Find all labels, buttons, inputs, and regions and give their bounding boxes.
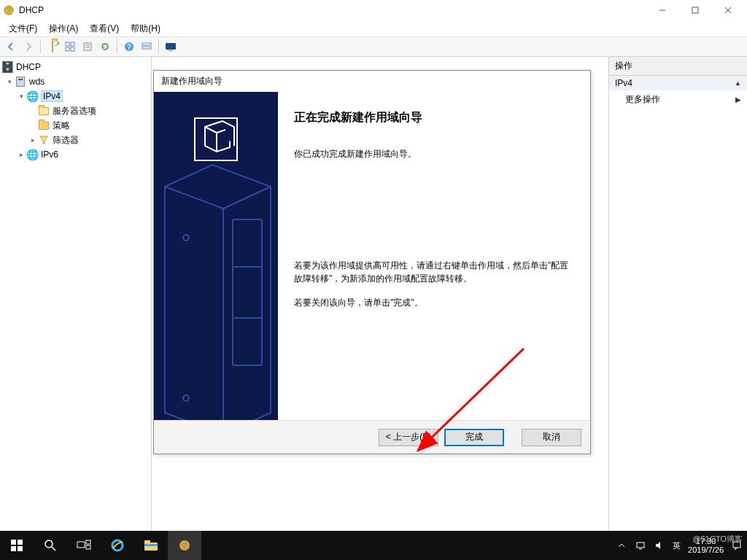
maximize-button[interactable]	[678, 0, 711, 20]
tray-network-icon[interactable]	[635, 540, 646, 551]
svg-line-34	[52, 547, 55, 551]
actions-section[interactable]: IPv4 ▲	[609, 76, 747, 90]
wizard-dialog: 新建作用域向导	[153, 70, 591, 454]
properties-button[interactable]	[80, 39, 96, 55]
svg-rect-32	[18, 546, 23, 551]
search-button[interactable]	[34, 531, 67, 560]
tree-server[interactable]: ▾ wds	[0, 74, 151, 89]
svg-point-27	[183, 395, 189, 401]
dialog-banner	[154, 92, 278, 420]
dialog-body: 正在完成新建作用域向导 你已成功完成新建作用域向导。 若要为该作用域提供高可用性…	[154, 92, 590, 420]
taskbar-ie[interactable]	[101, 531, 134, 560]
dialog-text-2: 若要为该作用域提供高可用性，请通过右键单击作用域，然后单击"配置故障转移"，为新…	[294, 259, 574, 286]
ipv4-icon: 🌐	[26, 90, 38, 102]
tiles-view-button[interactable]	[62, 39, 78, 55]
tree-root-label: DHCP	[16, 62, 41, 72]
tree-filters[interactable]: ▸ 筛选器	[0, 133, 151, 147]
toolbar-separator	[40, 39, 41, 54]
svg-rect-37	[86, 545, 90, 549]
window-title: DHCP	[19, 5, 646, 15]
svg-rect-8	[66, 47, 69, 51]
tray-notifications-icon[interactable]	[731, 540, 743, 551]
task-view-button[interactable]	[67, 531, 101, 560]
policies-icon	[38, 120, 50, 131]
tree-ipv4[interactable]: ▾ 🌐 IPv4	[0, 89, 151, 104]
tray-chevron-icon[interactable]	[616, 540, 627, 551]
collapse-icon[interactable]: ▲	[735, 79, 741, 87]
svg-text:?: ?	[182, 541, 187, 550]
svg-rect-23	[233, 219, 262, 365]
start-button[interactable]	[0, 531, 34, 560]
menu-file[interactable]: 文件(F)	[3, 21, 43, 36]
svg-rect-10	[84, 43, 91, 50]
tree-pane[interactable]: 🗄️ DHCP ▾ wds ▾ 🌐 IPv4 服务器选项 策略 ▸ 筛选器 ▸	[0, 57, 152, 531]
menu-help[interactable]: 帮助(H)	[125, 21, 166, 36]
dialog-content: 正在完成新建作用域向导 你已成功完成新建作用域向导。 若要为该作用域提供高可用性…	[278, 92, 590, 420]
tree-ipv6-label: IPv6	[41, 149, 58, 160]
tree-server-label: wds	[29, 77, 44, 87]
svg-rect-36	[86, 540, 90, 544]
cancel-button[interactable]: 取消	[522, 429, 581, 446]
menu-action[interactable]: 操作(A)	[43, 21, 84, 36]
svg-rect-44	[637, 542, 644, 548]
close-button[interactable]	[711, 0, 744, 20]
taskbar-explorer[interactable]	[134, 531, 168, 560]
tree-ipv6[interactable]: ▸ 🌐 IPv6	[0, 147, 151, 162]
menubar: 文件(F) 操作(A) 查看(V) 帮助(H)	[0, 20, 747, 36]
svg-rect-46	[733, 542, 740, 548]
tray-clock[interactable]: 17:30 2019/7/26	[688, 537, 724, 554]
dialog-title: 新建作用域向导	[154, 71, 590, 92]
collapse-icon[interactable]: ▾	[16, 93, 26, 100]
dialog-heading: 正在完成新建作用域向导	[294, 110, 574, 125]
tray-time: 17:30	[688, 537, 724, 545]
tree-server-options[interactable]: 服务器选项	[0, 104, 151, 118]
svg-rect-15	[142, 43, 151, 45]
help-button[interactable]: ?	[121, 39, 137, 55]
actions-more-label: 更多操作	[625, 93, 660, 106]
tree-filters-label: 筛选器	[53, 134, 79, 147]
svg-text:?: ?	[127, 43, 131, 51]
menu-view[interactable]: 查看(V)	[84, 21, 125, 36]
svg-rect-35	[77, 542, 85, 548]
back-button[interactable]: < 上一步(B)	[379, 429, 438, 446]
minimize-button[interactable]	[646, 0, 678, 20]
tree-policies-label: 策略	[53, 120, 70, 132]
content-pane: 新建作用域向导	[152, 57, 608, 531]
svg-rect-30	[18, 540, 23, 545]
tree-root[interactable]: 🗄️ DHCP	[0, 60, 151, 74]
titlebar: ? DHCP	[0, 0, 747, 20]
system-tray: 英 17:30 2019/7/26	[616, 537, 747, 554]
toolbar: ↗ ?	[0, 36, 747, 57]
server-icon	[15, 76, 26, 88]
nav-back-button[interactable]	[3, 39, 19, 55]
chevron-right-icon: ▶	[735, 96, 741, 104]
refresh-button[interactable]	[97, 39, 113, 55]
dialog-footer: < 上一步(B) 完成 取消	[154, 420, 590, 454]
svg-rect-9	[71, 47, 74, 51]
tree-policies[interactable]: 策略	[0, 118, 151, 133]
tray-date: 2019/7/26	[688, 545, 724, 554]
list-view-button[interactable]	[139, 39, 155, 55]
filters-icon	[38, 134, 50, 146]
tray-volume-icon[interactable]	[654, 540, 665, 551]
actions-header: 操作	[609, 57, 747, 76]
tray-ime[interactable]: 英	[673, 540, 681, 551]
banner-decoration	[154, 92, 278, 420]
up-folder-button[interactable]: ↗	[44, 39, 61, 55]
expand-icon[interactable]: ▸	[16, 151, 26, 158]
actions-more[interactable]: 更多操作 ▶	[609, 90, 747, 109]
svg-point-26	[183, 235, 189, 241]
tree-server-options-label: 服务器选项	[53, 105, 96, 117]
collapse-icon[interactable]: ▾	[4, 78, 15, 85]
svg-rect-7	[71, 42, 74, 46]
window-controls	[646, 0, 744, 20]
dhcp-icon: 🗄️	[1, 61, 13, 73]
finish-button[interactable]: 完成	[444, 429, 504, 446]
expand-icon[interactable]: ▸	[28, 136, 38, 144]
svg-point-33	[45, 540, 53, 548]
actions-pane: 操作 IPv4 ▲ 更多操作 ▶	[608, 57, 747, 531]
toolbar-separator	[158, 39, 159, 54]
console-button[interactable]	[163, 39, 179, 55]
nav-forward-button	[20, 39, 36, 55]
taskbar-dhcp[interactable]: ?	[168, 531, 201, 560]
